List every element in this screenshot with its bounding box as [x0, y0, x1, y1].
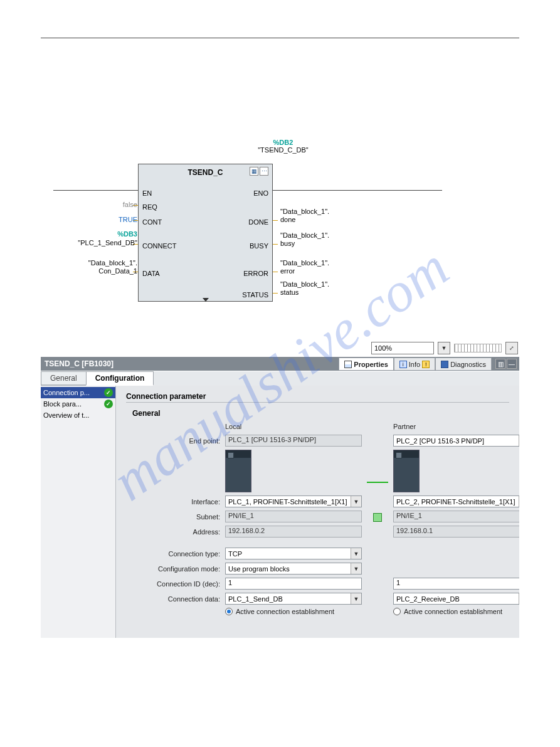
panel-minimize-button[interactable]: —: [507, 359, 517, 369]
nav-block-parameter-label: Block para...: [43, 400, 82, 408]
section-title: Connection parameter: [126, 392, 509, 401]
config-nav: Connection p... ✓ Block para... ✓ Overvi…: [41, 386, 116, 638]
local-interface-value: PLC_1, PROFINET-Schnittstelle_1[X1]: [228, 498, 347, 506]
local-subnet: PN/IE_1: [225, 511, 362, 522]
tab-configuration[interactable]: Configuration: [86, 371, 154, 386]
dropdown-icon[interactable]: ▼: [519, 496, 519, 507]
expand-cue[interactable]: [203, 298, 209, 302]
nav-connection-parameter[interactable]: Connection p... ✓: [41, 387, 115, 398]
pin-status: STATUS: [242, 291, 268, 299]
local-interface[interactable]: PLC_1, PROFINET-Schnittstelle_1[X1] ▼: [225, 495, 362, 507]
ladder-diagram: %DB2 "TSEND_C_DB" TSEND_C ▦ ⋯ EN REQ CON…: [47, 139, 519, 327]
partner-conn-data[interactable]: PLC_2_Receive_DB ▼: [393, 593, 519, 605]
header-tab-info[interactable]: i Info !: [394, 358, 435, 370]
power-rail: [53, 190, 138, 191]
inspector-header: TSEND_C [FB1030] Properties i Info ! Dia…: [41, 357, 519, 371]
label-address: Address:: [132, 528, 220, 536]
partner-conn-id[interactable]: 1: [393, 578, 519, 590]
pin-connect: CONNECT: [142, 242, 176, 250]
inspector-tabs: General Configuration: [41, 371, 519, 386]
error-out-2[interactable]: error: [280, 267, 295, 275]
pin-busy: BUSY: [250, 242, 268, 250]
header-tab-diagnostics[interactable]: Diagnostics: [435, 358, 492, 370]
pin-done: DONE: [248, 218, 268, 226]
zoom-expand-button[interactable]: ⤢: [505, 342, 518, 354]
done-out-1[interactable]: "Data_block_1".: [280, 208, 329, 215]
page-divider: [41, 38, 519, 38]
pin-cont: CONT: [142, 218, 162, 226]
label-conndata: Connection data:: [132, 595, 220, 603]
function-block[interactable]: TSEND_C ▦ ⋯ EN REQ CONT CONNECT DATA ENO…: [138, 164, 273, 302]
eno-rail: [273, 190, 442, 191]
local-radio-label: Active connection establishment: [236, 608, 334, 615]
nav-block-parameter[interactable]: Block para... ✓: [41, 398, 115, 410]
connect-sym: %DB3: [117, 230, 137, 238]
zoom-select[interactable]: [371, 342, 434, 354]
status-out-2[interactable]: status: [280, 289, 298, 296]
label-subnet: Subnet:: [132, 513, 220, 521]
partner-interface-value: PLC_2, PROFINET-Schnittstelle_1[X1]: [396, 498, 515, 506]
properties-label: Properties: [354, 361, 388, 368]
req-input[interactable]: false: [56, 201, 137, 208]
header-tab-properties[interactable]: Properties: [339, 358, 393, 370]
info-warning-icon: !: [422, 361, 430, 368]
cont-input[interactable]: TRUE: [56, 216, 137, 223]
local-conn-data[interactable]: PLC_1_Send_DB ▼: [225, 593, 362, 605]
instance-db-name: "TSEND_C_DB": [258, 146, 309, 154]
dropdown-icon[interactable]: ▼: [351, 563, 361, 574]
connection-type[interactable]: TCP ▼: [225, 548, 362, 559]
connection-type-value: TCP: [228, 550, 242, 558]
block-detail-icon[interactable]: ⋯: [260, 167, 268, 176]
properties-icon: [344, 361, 352, 368]
nav-overview[interactable]: Overview of t...: [41, 410, 115, 421]
connection-line: [367, 482, 388, 483]
pin-eno: ENO: [253, 189, 268, 197]
partner-radio-label: Active connection establishment: [404, 608, 502, 615]
col-local: Local: [225, 423, 362, 432]
panel-layout-button[interactable]: ▥: [495, 359, 505, 369]
error-out-1[interactable]: "Data_block_1".: [280, 259, 329, 267]
label-interface: Interface:: [132, 498, 220, 506]
label-connid: Connection ID (dec):: [132, 580, 220, 588]
pin-req: REQ: [142, 203, 157, 211]
dropdown-icon[interactable]: ▼: [519, 435, 519, 446]
partner-subnet: PN/IE_1: [393, 511, 519, 522]
local-device-image: [225, 450, 251, 492]
partner-address: 192.168.0.1: [393, 526, 519, 538]
nav-overview-label: Overview of t...: [43, 411, 89, 419]
dropdown-icon[interactable]: ▼: [351, 496, 361, 507]
diagnostics-label: Diagnostics: [450, 361, 486, 368]
local-conn-id[interactable]: 1: [225, 578, 362, 590]
partner-interface[interactable]: PLC_2, PROFINET-Schnittstelle_1[X1] ▼: [393, 495, 519, 507]
busy-out-1[interactable]: "Data_block_1".: [280, 231, 329, 239]
partner-endpoint[interactable]: PLC_2 [CPU 1516-3 PN/DP] ▼: [393, 435, 519, 447]
busy-out-2[interactable]: busy: [280, 240, 295, 247]
pin-data: DATA: [142, 270, 160, 277]
dropdown-icon[interactable]: ▼: [351, 548, 361, 559]
label-endpoint: End point:: [132, 437, 220, 445]
radio-on-icon: [225, 608, 233, 615]
zoom-slider[interactable]: [454, 344, 502, 352]
info-icon-1: i: [399, 361, 407, 368]
radio-off-icon: [393, 608, 401, 615]
zoom-dropdown-button[interactable]: ▼: [438, 342, 450, 354]
block-editor-icon[interactable]: ▦: [250, 167, 258, 176]
status-out-1[interactable]: "Data_block_1".: [280, 280, 329, 288]
col-partner: Partner: [393, 423, 519, 432]
data-input-line2[interactable]: Con_Data_1: [56, 267, 137, 275]
dropdown-icon[interactable]: ▼: [351, 593, 361, 604]
config-form: Connection parameter General Local Partn…: [116, 386, 519, 638]
partner-active-radio[interactable]: Active connection establishment: [393, 608, 519, 615]
local-active-radio[interactable]: Active connection establishment: [225, 608, 362, 615]
partner-endpoint-value: PLC_2 [CPU 1516-3 PN/DP]: [396, 437, 484, 445]
done-out-2[interactable]: done: [280, 216, 295, 223]
label-conntype: Connection type:: [132, 550, 220, 558]
partner-conn-data-value: PLC_2_Receive_DB: [396, 595, 460, 603]
dropdown-icon[interactable]: ▼: [519, 593, 519, 604]
connect-input[interactable]: "PLC_1_Send_DB": [56, 239, 137, 246]
local-address: 192.168.0.2: [225, 526, 362, 538]
tab-general[interactable]: General: [41, 371, 87, 386]
data-input-line1[interactable]: "Data_block_1".: [56, 259, 137, 267]
configuration-mode[interactable]: Use program blocks ▼: [225, 563, 362, 575]
zoom-toolbar: ▼ ⤢: [41, 339, 519, 357]
